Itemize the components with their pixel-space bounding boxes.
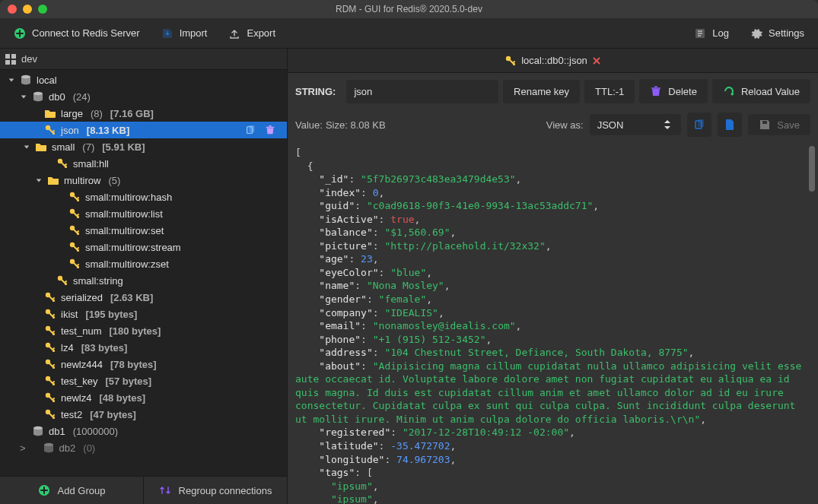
database-icon [32, 425, 44, 437]
trash-icon [650, 85, 662, 97]
size-label: Size: 8.08 KB [326, 119, 386, 131]
tree-server-local[interactable]: local [0, 71, 287, 88]
json-content[interactable]: [ { "_id": "5f7b26973c483ea3479d4e53", "… [295, 146, 810, 504]
reload-value-button[interactable]: Reload Value [712, 79, 810, 103]
content-area: local::db0::json STRING: Rename key TTL:… [288, 49, 818, 504]
folder-icon [47, 174, 59, 186]
regroup-icon [159, 484, 171, 496]
key-icon [44, 391, 56, 404]
tab-label[interactable]: local::db0::json [521, 55, 587, 66]
tree-db2[interactable]: > db2 (0) [0, 439, 287, 456]
tree-size: [57 bytes] [105, 376, 151, 387]
settings-button[interactable]: Settings [743, 24, 812, 43]
twitter-icon[interactable] [498, 27, 514, 40]
window-controls [0, 5, 47, 14]
tree-db1[interactable]: db1 (1000000) [0, 423, 287, 439]
scrollbar-thumb[interactable] [809, 146, 815, 192]
tree-key-small-string[interactable]: small:string [0, 272, 287, 289]
key-icon [44, 291, 56, 303]
key-tree[interactable]: local db0 (24) large (8) [7.16 GB] json … [0, 70, 287, 476]
tree-label: test_num [61, 325, 101, 337]
import-button[interactable]: Import [154, 24, 215, 43]
ttl-label: TTL:-1 [595, 86, 624, 97]
rename-key-button[interactable]: Rename key [503, 80, 580, 103]
tree-folder-large[interactable]: large (8) [7.16 GB] [0, 105, 287, 122]
tree-key-mr-zset[interactable]: small:multirow:zset [0, 255, 287, 272]
tree-count: (1000000) [73, 426, 118, 437]
chevron-down-icon[interactable] [20, 93, 27, 100]
close-window-button[interactable] [8, 5, 17, 14]
log-button[interactable]: Log [686, 24, 737, 43]
tree-key-mr-list[interactable]: small:multirow:list [0, 205, 287, 222]
tree-label: newlz4 [61, 392, 91, 404]
tree-count: (7) [82, 141, 94, 153]
copy-icon [693, 119, 705, 131]
main-toolbar: Connect to Redis Server Import Export Lo… [0, 18, 818, 49]
log-label: Log [712, 27, 729, 39]
key-icon [56, 157, 68, 170]
help-icon[interactable] [456, 27, 471, 40]
tree-label: ikist [61, 309, 78, 320]
copy-icon[interactable] [244, 124, 256, 136]
tree-key-test-key[interactable]: test_key [57 bytes] [0, 372, 287, 389]
warning-icon[interactable] [434, 27, 450, 40]
import-icon [161, 27, 173, 40]
regroup-button[interactable]: Regroup connections [143, 477, 287, 504]
export-button[interactable]: Export [221, 24, 283, 43]
telegram-icon[interactable] [477, 27, 492, 40]
reload-icon [723, 85, 735, 97]
format-select[interactable]: JSON [590, 114, 682, 135]
tree-label: small [52, 141, 75, 153]
tree-label: multirow [64, 175, 100, 186]
tree-key-mr-set[interactable]: small:multirow:set [0, 222, 287, 239]
copy-value-button[interactable] [687, 113, 711, 137]
add-group-button[interactable]: Add Group [0, 477, 143, 504]
tree-label: small:string [73, 275, 123, 287]
tree-key-test2[interactable]: test2 [47 bytes] [0, 406, 287, 423]
key-icon [56, 274, 68, 287]
grid-icon[interactable] [5, 53, 17, 65]
view-raw-button[interactable] [718, 113, 742, 137]
tree-folder-small[interactable]: small (7) [5.91 KB] [0, 138, 287, 155]
tree-label: db2 [59, 442, 76, 454]
plus-icon [14, 27, 26, 40]
tree-key-mr-hash[interactable]: small:multirow:hash [0, 189, 287, 205]
github-icon[interactable] [520, 27, 535, 40]
tree-size: [180 bytes] [109, 325, 161, 337]
chevron-down-icon[interactable] [23, 143, 30, 151]
tree-key-test-num[interactable]: test_num [180 bytes] [0, 322, 287, 339]
chevron-down-icon[interactable] [35, 176, 43, 184]
delete-key-button[interactable]: Delete [639, 79, 708, 103]
ttl-button[interactable]: TTL:-1 [584, 80, 635, 103]
key-icon [44, 358, 56, 370]
database-icon [20, 74, 32, 86]
tree-key-newlz444[interactable]: newlz444 [78 bytes] [0, 356, 287, 372]
tree-count: (5) [108, 175, 120, 186]
import-label: Import [180, 27, 208, 39]
key-name-input[interactable] [346, 80, 498, 103]
tree-folder-multirow[interactable]: multirow (5) [0, 172, 287, 189]
tree-count: (8) [91, 108, 103, 119]
tree-size: [83 bytes] [81, 342, 128, 353]
save-value-button[interactable]: Save [748, 114, 810, 135]
tree-key-serialized[interactable]: serialized [2.63 KB] [0, 289, 287, 306]
tree-key-json[interactable]: json [8.13 KB] [0, 122, 287, 138]
close-tab-icon[interactable] [592, 56, 601, 65]
tree-key-small-hll[interactable]: small:hll [0, 155, 287, 172]
maximize-window-button[interactable] [38, 5, 47, 14]
minimize-window-button[interactable] [23, 5, 32, 14]
tree-label: small:multirow:set [85, 225, 164, 236]
key-icon [44, 341, 56, 353]
chevron-right-icon[interactable] [32, 109, 40, 117]
chevron-down-icon[interactable] [8, 76, 15, 84]
tree-key-lz4[interactable]: lz4 [83 bytes] [0, 339, 287, 356]
tree-key-mr-stream[interactable]: small:multirow:stream [0, 239, 287, 255]
tree-key-ikist[interactable]: ikist [195 bytes] [0, 306, 287, 322]
value-editor[interactable]: [ { "_id": "5f7b26973c483ea3479d4e53", "… [288, 143, 818, 504]
key-icon [44, 308, 56, 320]
connect-button[interactable]: Connect to Redis Server [6, 24, 148, 43]
tree-key-newlz4[interactable]: newlz4 [48 bytes] [0, 389, 287, 406]
trash-icon[interactable] [264, 124, 276, 136]
add-group-label: Add Group [58, 485, 106, 496]
tree-db0[interactable]: db0 (24) [0, 88, 287, 105]
